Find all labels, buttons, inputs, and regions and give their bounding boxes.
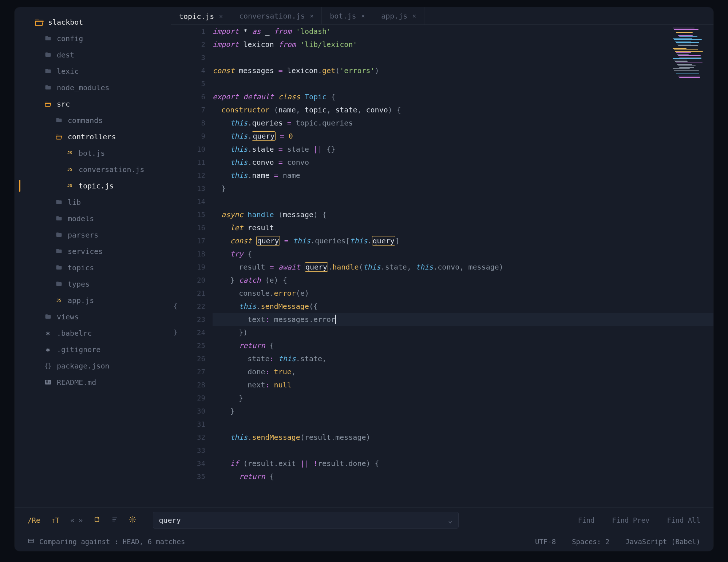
fold-marker[interactable] <box>171 103 180 116</box>
find-input[interactable]: query ⌄ <box>153 512 459 529</box>
tree-item-topics[interactable]: topics <box>15 259 171 276</box>
fold-marker[interactable] <box>171 260 180 274</box>
tree-item-label: README.md <box>57 378 96 387</box>
fold-marker[interactable] <box>171 444 180 457</box>
fold-marker[interactable] <box>171 90 180 103</box>
fold-marker[interactable] <box>171 470 180 483</box>
tree-item-views[interactable]: views <box>15 308 171 325</box>
fold-marker[interactable] <box>171 169 180 182</box>
fold-marker[interactable] <box>171 404 180 418</box>
regex-toggle[interactable]: /Re <box>28 516 40 524</box>
folder-icon <box>43 313 53 320</box>
fold-marker[interactable] <box>171 391 180 404</box>
fold-marker[interactable] <box>171 208 180 221</box>
fold-marker[interactable] <box>171 247 180 260</box>
fold-marker[interactable] <box>171 116 180 129</box>
chevron-down-icon[interactable]: ⌄ <box>448 516 452 524</box>
line-number: 19 <box>180 260 205 274</box>
tree-item-parsers[interactable]: parsers <box>15 227 171 243</box>
tree-item-node_modules[interactable]: node_modules <box>15 79 171 96</box>
fold-marker[interactable] <box>171 234 180 247</box>
fold-marker[interactable] <box>171 457 180 470</box>
fold-marker[interactable] <box>171 365 180 378</box>
tree-item-lib[interactable]: lib <box>15 194 171 210</box>
fold-marker[interactable] <box>171 195 180 208</box>
tree-item-config[interactable]: config <box>15 30 171 47</box>
tree-item-README-md[interactable]: M↓README.md <box>15 374 171 390</box>
tree-item-package-json[interactable]: {}package.json <box>15 358 171 374</box>
tree-label: slackbot <box>48 18 83 27</box>
tree-item-app-js[interactable]: JSapp.js <box>15 292 171 308</box>
whole-word-toggle[interactable]: « » <box>70 516 83 524</box>
fold-marker[interactable] <box>171 274 180 287</box>
tree-item-dest[interactable]: dest <box>15 47 171 63</box>
fold-marker[interactable] <box>171 25 180 38</box>
fold-marker[interactable] <box>171 378 180 391</box>
status-encoding[interactable]: UTF-8 <box>535 538 556 546</box>
editor-area: {} 1234567891011121314151617181920212223… <box>171 7 713 507</box>
tree-item--gitignore[interactable]: ✱.gitignore <box>15 341 171 358</box>
minimap[interactable] <box>673 28 709 104</box>
fold-marker[interactable]: { <box>171 300 180 313</box>
case-sensitive-toggle[interactable]: тT <box>51 516 59 524</box>
tree-item-bot-js[interactable]: JSbot.js <box>15 145 171 161</box>
folder-open-icon <box>43 100 53 108</box>
fold-marker[interactable] <box>171 51 180 64</box>
tree-item-commands[interactable]: commands <box>15 112 171 128</box>
tree-item-label: views <box>57 312 79 321</box>
code-line: import * as _ from 'lodash' <box>213 25 713 38</box>
fold-marker[interactable] <box>171 129 180 143</box>
fold-marker[interactable] <box>171 182 180 195</box>
highlight-icon[interactable] <box>129 516 136 525</box>
line-number: 24 <box>180 326 205 339</box>
fold-marker[interactable] <box>171 339 180 352</box>
tree-item-lexic[interactable]: lexic <box>15 63 171 79</box>
line-number: 22 <box>180 300 205 313</box>
find-find-all-button[interactable]: Find All <box>667 516 700 524</box>
tree-root[interactable]: slackbot <box>15 14 171 30</box>
code-line <box>213 195 713 208</box>
fold-marker[interactable] <box>171 313 180 326</box>
line-number: 15 <box>180 208 205 221</box>
fold-marker[interactable] <box>171 156 180 169</box>
fold-marker[interactable] <box>171 64 180 77</box>
fold-marker[interactable] <box>171 418 180 431</box>
line-number: 11 <box>180 156 205 169</box>
tree-item-services[interactable]: services <box>15 243 171 259</box>
folder-icon <box>54 264 64 271</box>
folder-icon <box>54 117 64 124</box>
fold-marker[interactable] <box>171 287 180 300</box>
diff-icon[interactable] <box>28 538 34 546</box>
code-line: } <box>213 391 713 404</box>
js-file-icon: JS <box>65 183 75 188</box>
tree-item-conversation-js[interactable]: JSconversation.js <box>15 161 171 178</box>
fold-marker[interactable] <box>171 221 180 234</box>
tree-item-models[interactable]: models <box>15 210 171 227</box>
find-find-button[interactable]: Find <box>578 516 595 524</box>
options-icon[interactable] <box>111 516 118 524</box>
tree-item-src[interactable]: src <box>15 96 171 112</box>
folder-icon <box>54 199 64 206</box>
folder-icon <box>43 84 53 91</box>
fold-marker[interactable]: } <box>171 326 180 339</box>
fold-marker[interactable] <box>171 431 180 444</box>
svg-line-12 <box>134 517 135 518</box>
status-indent[interactable]: Spaces: 2 <box>572 538 609 546</box>
tree-item-types[interactable]: types <box>15 276 171 292</box>
find-find-prev-button[interactable]: Find Prev <box>612 516 650 524</box>
svg-line-11 <box>130 521 131 522</box>
tree-item-controllers[interactable]: controllers <box>15 128 171 145</box>
in-selection-toggle[interactable] <box>94 516 100 524</box>
line-number: 8 <box>180 116 205 129</box>
js-file-icon: JS <box>65 167 75 172</box>
fold-marker[interactable] <box>171 143 180 156</box>
tree-item-topic-js[interactable]: JStopic.js <box>15 178 171 194</box>
tree-item-label: topic.js <box>79 182 114 190</box>
tree-item--babelrc[interactable]: ✱.babelrc <box>15 325 171 341</box>
fold-marker[interactable] <box>171 38 180 51</box>
line-number: 7 <box>180 103 205 116</box>
status-language[interactable]: JavaScript (Babel) <box>625 538 700 546</box>
fold-marker[interactable] <box>171 77 180 90</box>
code-content[interactable]: import * as _ from 'lodash'import lexico… <box>213 25 713 507</box>
fold-marker[interactable] <box>171 352 180 365</box>
